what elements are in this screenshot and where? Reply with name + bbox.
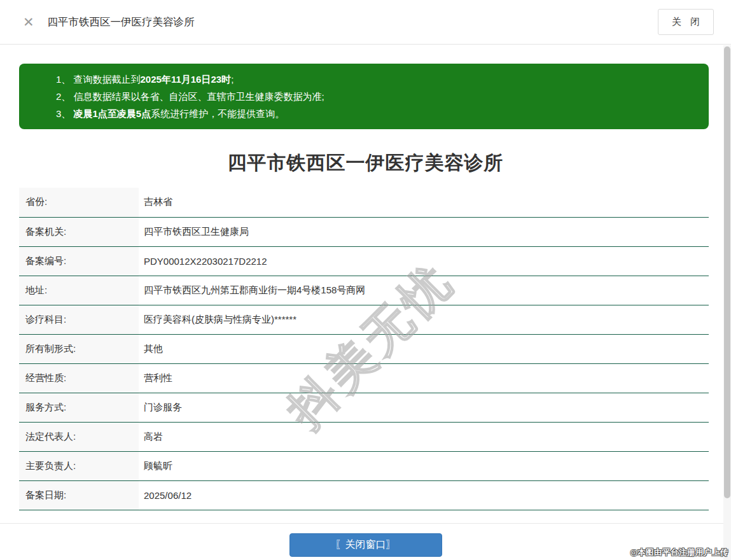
notice-text: 1、 查询数据截止到 [56, 74, 141, 85]
table-row-principal: 主要负责人:顾毓昕 [19, 451, 709, 480]
table-row-filing-date: 备案日期:2025/06/12 [19, 480, 709, 510]
notice-line-1: 1、 查询数据截止到2025年11月16日23时; [56, 71, 696, 88]
notice-bold-text: 2025年11月16日23时 [141, 74, 232, 85]
row-value: 四平市铁西区九州第五郡商业街一期4号楼158号商网 [139, 276, 709, 305]
notice-text: 2、 信息数据结果以各省、自治区、直辖市卫生健康委数据为准; [56, 91, 324, 102]
notice-box: 1、 查询数据截止到2025年11月16日23时; 2、 信息数据结果以各省、自… [19, 64, 709, 129]
table-row-filing-number: 备案编号:PDY00012X22030217D2212 [19, 246, 709, 276]
row-value: 顾毓昕 [139, 451, 709, 480]
row-label: 备案机关: [19, 217, 139, 246]
row-label: 法定代表人: [19, 422, 139, 451]
row-value: 医疗美容科(皮肤病与性病专业)****** [139, 305, 709, 334]
notice-text: 系统进行维护，不能提供查询。 [151, 108, 284, 119]
close-icon[interactable]: ✕ [23, 15, 34, 29]
info-table: 省份:吉林省 备案机关:四平市铁西区卫生健康局 备案编号:PDY00012X22… [19, 188, 709, 510]
footer-divider [0, 523, 731, 524]
content-area: 1、 查询数据截止到2025年11月16日23时; 2、 信息数据结果以各省、自… [0, 64, 731, 510]
close-button[interactable]: 关 闭 [658, 9, 714, 35]
row-label: 经营性质: [19, 363, 139, 393]
row-value: 高岩 [139, 422, 709, 451]
row-label: 主要负责人: [19, 451, 139, 480]
row-value: 门诊服务 [139, 393, 709, 422]
notice-line-3: 3、 凌晨1点至凌晨5点系统进行维护，不能提供查询。 [56, 105, 696, 122]
table-row-departments: 诊疗科目:医疗美容科(皮肤病与性病专业)****** [19, 305, 709, 334]
table-row-address: 地址:四平市铁西区九州第五郡商业街一期4号楼158号商网 [19, 276, 709, 305]
table-row-business-nature: 经营性质:营利性 [19, 363, 709, 393]
row-label: 备案日期: [19, 480, 139, 510]
window-header: ✕ 四平市铁西区一伊医疗美容诊所 关 闭 [0, 0, 731, 45]
close-window-button[interactable]: 〖关闭窗口〗 [289, 533, 442, 557]
row-label: 省份: [19, 188, 139, 217]
table-row-ownership: 所有制形式:其他 [19, 334, 709, 363]
scrollbar[interactable] [723, 45, 731, 560]
notice-text: ; [231, 74, 233, 85]
table-row-province: 省份:吉林省 [19, 188, 709, 217]
notice-bold-text: 凌晨1点至凌晨5点 [74, 108, 151, 119]
table-row-service-mode: 服务方式:门诊服务 [19, 393, 709, 422]
row-label: 备案编号: [19, 246, 139, 276]
table-row-filing-authority: 备案机关:四平市铁西区卫生健康局 [19, 217, 709, 246]
table-row-legal-representative: 法定代表人:高岩 [19, 422, 709, 451]
row-value: 四平市铁西区卫生健康局 [139, 217, 709, 246]
page-title: 四平市铁西区一伊医疗美容诊所 [0, 150, 731, 176]
row-value: 吉林省 [139, 188, 709, 217]
row-value: PDY00012X22030217D2212 [139, 246, 709, 276]
notice-line-2: 2、 信息数据结果以各省、自治区、直辖市卫生健康委数据为准; [56, 88, 696, 105]
row-label: 诊疗科目: [19, 305, 139, 334]
row-label: 地址: [19, 276, 139, 305]
row-value: 其他 [139, 334, 709, 363]
notice-text: 3、 [56, 108, 74, 119]
upload-attribution: ◎本图由平台注册用户上传 [630, 547, 728, 558]
row-value: 营利性 [139, 363, 709, 393]
page: { "header": { "close_icon": "✕", "title"… [0, 0, 731, 560]
scrollbar-thumb[interactable] [724, 46, 730, 498]
row-label: 服务方式: [19, 393, 139, 422]
row-value: 2025/06/12 [139, 480, 709, 510]
window-title: 四平市铁西区一伊医疗美容诊所 [48, 15, 195, 29]
row-label: 所有制形式: [19, 334, 139, 363]
